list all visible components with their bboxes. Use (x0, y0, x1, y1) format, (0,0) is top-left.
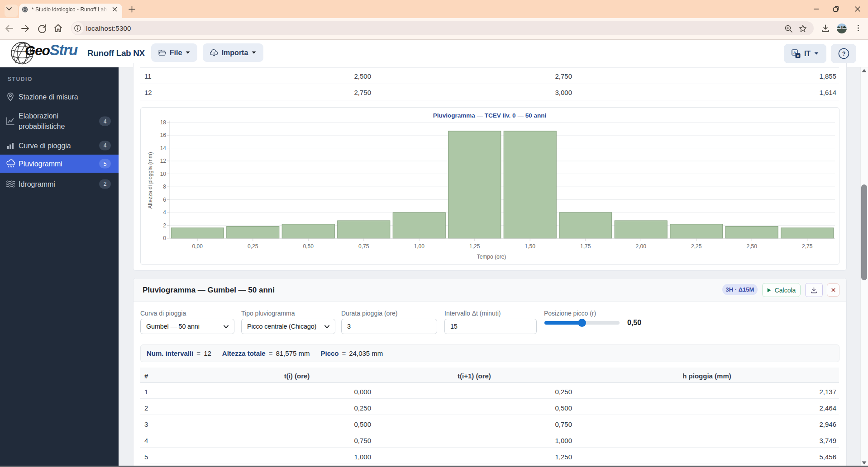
svg-text:?: ? (842, 51, 845, 57)
svg-text:0,00: 0,00 (192, 243, 203, 250)
svg-text:1,25: 1,25 (469, 243, 480, 250)
svg-text:0,50: 0,50 (303, 243, 314, 250)
svg-text:4: 4 (163, 209, 166, 216)
svg-text:Altezza di pioggia (mm): Altezza di pioggia (mm) (147, 152, 153, 208)
svg-text:2,25: 2,25 (691, 243, 702, 250)
svg-text:0,25: 0,25 (248, 243, 258, 250)
svg-text:x: x (797, 54, 799, 58)
svg-text:2,50: 2,50 (747, 243, 758, 250)
svg-text:14: 14 (160, 145, 167, 151)
svg-text:10: 10 (160, 171, 167, 177)
svg-text:1,50: 1,50 (525, 243, 536, 250)
svg-text:Pluviogramma — TCEV liv. 0 — 5: Pluviogramma — TCEV liv. 0 — 50 anni (433, 112, 546, 119)
svg-text:0: 0 (163, 235, 166, 241)
svg-text:8: 8 (163, 184, 166, 190)
svg-text:2: 2 (163, 222, 166, 229)
svg-text:0,75: 0,75 (358, 243, 369, 250)
svg-text:Tempo (ore): Tempo (ore) (477, 254, 506, 260)
svg-text:1,75: 1,75 (580, 243, 591, 250)
svg-text:1,00: 1,00 (414, 243, 425, 250)
svg-text:18: 18 (160, 119, 167, 126)
svg-text:12: 12 (160, 158, 167, 164)
svg-text:16: 16 (160, 132, 167, 138)
svg-text:6: 6 (163, 197, 166, 203)
svg-text:2,75: 2,75 (802, 243, 813, 250)
svg-text:2,00: 2,00 (636, 243, 647, 250)
